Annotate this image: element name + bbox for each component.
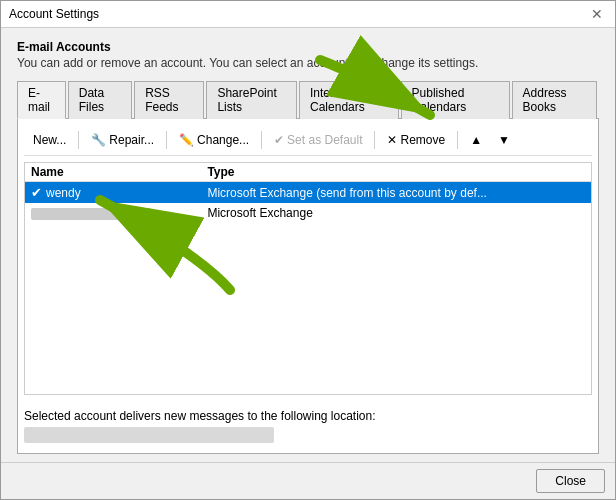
content-area: E-mail Accounts You can add or remove an… — [1, 28, 615, 462]
tab-email[interactable]: E-mail — [17, 81, 66, 119]
account-check-icon: ✔ — [31, 185, 42, 200]
email-tab-panel: New... 🔧 Repair... ✏️ Change... ✔ Set a — [17, 119, 599, 454]
column-header-name: Name — [25, 163, 201, 182]
account-settings-window: Account Settings ✕ E-mail Accounts You c… — [0, 0, 616, 500]
tab-sharepoint-lists[interactable]: SharePoint Lists — [206, 81, 297, 119]
toolbar-separator-4 — [374, 131, 375, 149]
window-close-button[interactable]: ✕ — [587, 7, 607, 21]
account-name-with-icon: ✔ wendy — [31, 185, 81, 200]
table-header-row: Name Type — [25, 163, 591, 182]
move-down-button[interactable]: ▼ — [491, 129, 517, 151]
table-row[interactable]: ✔ wendy Microsoft Exchange (send from th… — [25, 182, 591, 204]
close-button[interactable]: Close — [536, 469, 605, 493]
change-label: Change... — [197, 133, 249, 147]
tab-rss-feeds[interactable]: RSS Feeds — [134, 81, 204, 119]
change-button[interactable]: ✏️ Change... — [172, 129, 256, 151]
toolbar: New... 🔧 Repair... ✏️ Change... ✔ Set a — [24, 125, 592, 156]
tab-data-files[interactable]: Data Files — [68, 81, 132, 119]
account-type-cell-2: Microsoft Exchange — [201, 203, 591, 223]
tabs-container: E-mail Data Files RSS Feeds SharePoint L… — [17, 80, 599, 119]
tab-internet-calendars[interactable]: Internet Calendars — [299, 81, 399, 119]
remove-button[interactable]: ✕ Remove — [380, 129, 452, 151]
change-icon: ✏️ — [179, 133, 194, 147]
tab-published-calendars[interactable]: Published Calendars — [401, 81, 510, 119]
move-up-button[interactable]: ▲ — [463, 129, 489, 151]
set-default-icon: ✔ — [274, 133, 284, 147]
accounts-table: Name Type ✔ wendy — [25, 163, 591, 223]
tab-address-books[interactable]: Address Books — [512, 81, 597, 119]
footer: Close — [1, 462, 615, 499]
section-title: E-mail Accounts — [17, 40, 599, 54]
toolbar-separator-1 — [78, 131, 79, 149]
toolbar-separator-3 — [261, 131, 262, 149]
account-name-label: wendy — [46, 186, 81, 200]
title-bar: Account Settings ✕ — [1, 1, 615, 28]
repair-label: Repair... — [109, 133, 154, 147]
blurred-account-name — [31, 208, 151, 220]
remove-icon: ✕ — [387, 133, 397, 147]
bottom-section: Selected account delivers new messages t… — [24, 401, 592, 447]
delivery-location-label: Selected account delivers new messages t… — [24, 409, 592, 423]
set-default-label: Set as Default — [287, 133, 362, 147]
set-default-button[interactable]: ✔ Set as Default — [267, 129, 369, 151]
repair-icon: 🔧 — [91, 133, 106, 147]
window-title: Account Settings — [9, 7, 99, 21]
delivery-location-value — [24, 427, 274, 443]
toolbar-separator-2 — [166, 131, 167, 149]
column-header-type: Type — [201, 163, 591, 182]
table-row[interactable]: Microsoft Exchange — [25, 203, 591, 223]
account-name-cell: ✔ wendy — [25, 182, 201, 204]
account-name-cell-blurred — [25, 203, 201, 223]
remove-label: Remove — [400, 133, 445, 147]
new-button[interactable]: New... — [26, 129, 73, 151]
section-description: You can add or remove an account. You ca… — [17, 56, 599, 70]
toolbar-separator-5 — [457, 131, 458, 149]
account-type-cell: Microsoft Exchange (send from this accou… — [201, 182, 591, 204]
panel-content: New... 🔧 Repair... ✏️ Change... ✔ Set a — [24, 125, 592, 447]
repair-button[interactable]: 🔧 Repair... — [84, 129, 161, 151]
accounts-table-wrapper: Name Type ✔ wendy — [24, 162, 592, 395]
section-header: E-mail Accounts You can add or remove an… — [17, 40, 599, 80]
